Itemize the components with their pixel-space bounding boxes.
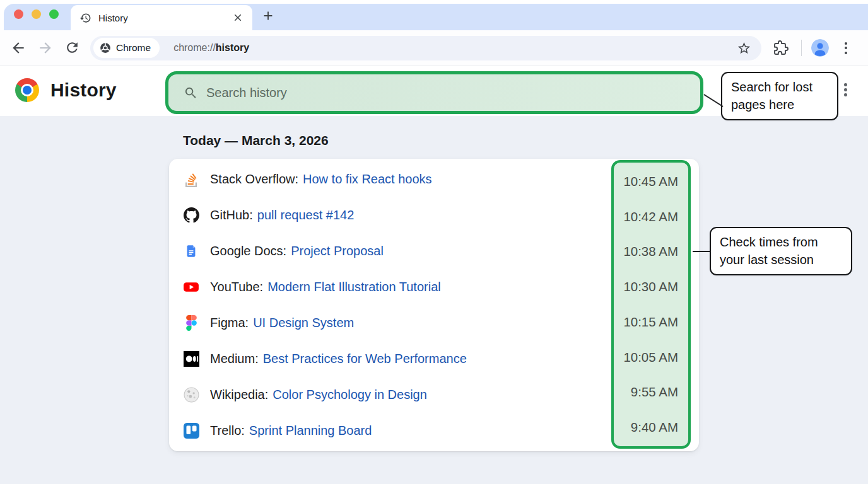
history-item-time: 10:42 AM xyxy=(614,199,688,234)
reload-icon[interactable] xyxy=(64,40,81,56)
history-item-site: Stack Overflow: xyxy=(210,172,298,187)
history-item-site: Medium: xyxy=(210,352,259,366)
history-item-link[interactable]: pull request #142 xyxy=(257,208,354,222)
page-title: History xyxy=(50,79,117,101)
history-item-time: 10:45 AM xyxy=(614,164,688,199)
bookmark-star-icon[interactable] xyxy=(737,41,751,55)
window-minimize-button[interactable] xyxy=(32,9,41,19)
date-heading: Today — March 3, 2026 xyxy=(183,133,329,148)
history-item-link[interactable]: UI Design System xyxy=(253,316,354,330)
times-highlight-box: 10:45 AM10:42 AM10:38 AM10:30 AM10:15 AM… xyxy=(611,160,691,449)
tab-title: History xyxy=(98,13,232,23)
url-text: chrome://history xyxy=(173,42,249,54)
tab-history[interactable]: History xyxy=(71,5,252,30)
trello-favicon-icon xyxy=(183,423,199,439)
back-icon[interactable] xyxy=(10,40,26,56)
url-scheme: chrome:// xyxy=(173,42,216,53)
search-icon xyxy=(184,86,198,100)
history-item-time: 10:15 AM xyxy=(614,304,688,340)
medium-favicon-icon xyxy=(183,351,199,367)
chrome-mono-icon xyxy=(100,42,111,54)
url-path: history xyxy=(216,42,249,53)
history-item-site: Google Docs: xyxy=(210,244,286,258)
chrome-logo-icon xyxy=(15,78,39,102)
address-bar[interactable]: Chrome chrome://history xyxy=(90,36,761,60)
history-item-time: 10:38 AM xyxy=(614,234,688,270)
history-item-time: 9:40 AM xyxy=(614,410,688,445)
search-history-input[interactable]: Search history xyxy=(165,71,703,114)
site-chip[interactable]: Chrome xyxy=(93,38,160,58)
history-item-time: 9:55 AM xyxy=(614,375,688,410)
search-placeholder-text: Search history xyxy=(206,86,287,100)
forward-icon[interactable] xyxy=(37,40,54,56)
history-page-content: Today — March 3, 2026 Stack Overflow:How… xyxy=(0,116,868,484)
history-item-link[interactable]: Sprint Planning Board xyxy=(249,424,372,438)
extensions-puzzle-icon[interactable] xyxy=(773,40,789,55)
history-item-link[interactable]: Modern Flat Illustration Tutorial xyxy=(267,280,441,294)
browser-toolbar: Chrome chrome://history xyxy=(0,30,868,66)
youtube-favicon-icon xyxy=(183,279,199,296)
history-item-link[interactable]: How to fix React hooks xyxy=(303,172,432,187)
history-item-site: Figma: xyxy=(210,316,249,330)
history-options-kebab-icon[interactable] xyxy=(842,81,850,99)
history-item-site: Wikipedia: xyxy=(210,388,268,402)
history-item-site: YouTube: xyxy=(210,280,263,294)
history-item-time: 10:05 AM xyxy=(614,340,688,375)
browser-menu-kebab-icon[interactable] xyxy=(842,40,850,57)
tab-strip: History xyxy=(0,0,868,30)
github-favicon-icon xyxy=(183,207,199,224)
history-item-site: GitHub: xyxy=(210,208,253,222)
history-item-link[interactable]: Project Proposal xyxy=(291,244,384,258)
window-close-button[interactable] xyxy=(14,9,23,19)
new-tab-button[interactable] xyxy=(260,8,276,24)
site-chip-label: Chrome xyxy=(116,42,151,54)
browser-window: History Chr xyxy=(0,0,868,484)
search-annotation-callout: Search for lost pages here xyxy=(721,72,838,120)
stackoverflow-favicon-icon xyxy=(183,171,199,188)
history-item-time: 10:30 AM xyxy=(614,269,688,304)
times-annotation-callout: Check times from your last session xyxy=(710,227,852,275)
profile-avatar[interactable] xyxy=(811,39,829,57)
toolbar-divider xyxy=(801,40,802,56)
history-item-link[interactable]: Best Practices for Web Performance xyxy=(263,352,467,366)
wikipedia-favicon-icon xyxy=(183,387,199,403)
history-clock-icon xyxy=(79,12,91,24)
time-list: 10:45 AM10:42 AM10:38 AM10:30 AM10:15 AM… xyxy=(614,164,688,445)
tab-close-icon[interactable] xyxy=(232,12,243,23)
google-docs-favicon-icon xyxy=(183,243,199,260)
window-zoom-button[interactable] xyxy=(49,9,59,19)
history-item-site: Trello: xyxy=(210,424,245,438)
figma-favicon-icon xyxy=(183,315,199,331)
history-item-link[interactable]: Color Psychology in Design xyxy=(273,388,427,402)
